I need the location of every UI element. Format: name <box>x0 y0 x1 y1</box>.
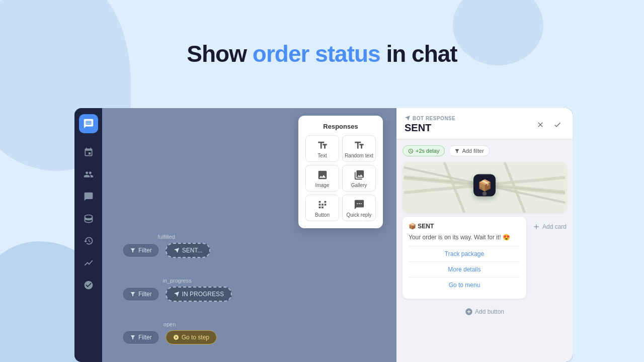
goto-label-open: Go to step <box>182 334 209 341</box>
bot-panel-tag: BOT RESPONSE <box>405 115 455 121</box>
responses-panel: Responses Text Random text Image Gallery <box>298 116 383 228</box>
response-item-text[interactable]: Text <box>305 135 339 162</box>
sidebar-item-database[interactable] <box>79 210 98 228</box>
response-item-random-text[interactable]: Random text <box>342 135 376 162</box>
send-icon <box>405 115 411 121</box>
message-buttons: Track package More details Go to menu <box>409 246 520 293</box>
add-button-button[interactable]: Add button <box>465 308 504 316</box>
sidebar-item-settings[interactable] <box>79 276 98 294</box>
sidebar-item-history[interactable] <box>79 232 98 250</box>
track-package-button[interactable]: Track package <box>409 246 520 262</box>
responses-grid: Text Random text Image Gallery Button <box>305 135 376 221</box>
sidebar-item-conversations[interactable] <box>79 188 98 206</box>
filter-node-in-progress[interactable]: Filter <box>122 287 159 301</box>
bot-panel-header-actions <box>533 118 565 132</box>
message-card: 📦 SENT Your order is on its way. Wait fo… <box>403 217 526 299</box>
response-item-button-label: Button <box>315 212 330 218</box>
delay-filter-row: +2s delay Add filter <box>403 145 567 156</box>
response-item-button[interactable]: Button <box>305 195 339 221</box>
random-text-icon <box>354 140 365 151</box>
response-item-quick-reply[interactable]: Quick reply <box>342 195 376 221</box>
sidebar-item-analytics[interactable] <box>79 254 98 272</box>
heading-suffix: in chat <box>380 41 457 67</box>
gallery-icon <box>354 169 365 180</box>
filter-label-open: Filter <box>138 334 152 341</box>
response-item-gallery-label: Gallery <box>351 183 367 188</box>
bot-response-panel: BOT RESPONSE SENT +2s delay <box>396 108 573 362</box>
flow-label-in-progress: in_progress <box>122 278 232 284</box>
heading-prefix: Show <box>187 41 252 67</box>
sidebar <box>74 108 102 362</box>
confirm-button[interactable] <box>550 118 565 132</box>
message-card-title: 📦 SENT <box>409 223 520 230</box>
response-item-random-text-label: Random text <box>345 153 373 158</box>
flow-label-fulfilled: fulfilled <box>122 234 210 240</box>
text-icon <box>317 140 328 151</box>
response-item-image[interactable]: Image <box>305 165 339 192</box>
plus-circle-icon <box>465 308 473 316</box>
heading-highlight: order status <box>253 41 380 67</box>
sidebar-item-contacts[interactable] <box>79 165 98 184</box>
map-visual: 📦 <box>403 162 567 213</box>
flow-label-open: open <box>122 321 217 327</box>
flow-section-fulfilled: fulfilled Filter SENT... <box>122 234 210 258</box>
bot-response-label-fulfilled: SENT... <box>182 247 203 254</box>
flow-section-open: open Filter Go to step <box>122 321 217 344</box>
filter-node-fulfilled[interactable]: Filter <box>122 243 159 257</box>
response-item-text-label: Text <box>317 153 327 158</box>
filter-label: Add filter <box>462 148 484 154</box>
bot-panel-body: +2s delay Add filter <box>396 139 573 362</box>
bot-response-node-fulfilled[interactable]: SENT... <box>166 243 211 258</box>
response-item-image-label: Image <box>315 183 330 188</box>
goto-node-open[interactable]: Go to step <box>166 330 217 344</box>
bot-response-label-in-progress: IN PROGRESS <box>182 291 224 298</box>
response-item-gallery[interactable]: Gallery <box>342 165 376 192</box>
delay-label: +2s delay <box>416 148 439 154</box>
add-button-area: Add button <box>403 308 567 316</box>
filter-badge[interactable]: Add filter <box>449 145 489 156</box>
delay-badge[interactable]: +2s delay <box>403 145 445 156</box>
map-card: 📦 <box>403 162 567 213</box>
clock-icon <box>408 148 414 154</box>
bot-response-node-in-progress[interactable]: IN PROGRESS <box>166 287 232 302</box>
filter-node-open[interactable]: Filter <box>122 330 159 344</box>
filter-label-in-progress: Filter <box>138 291 152 298</box>
message-card-text: Your order is on its way. Wait for it! 😍 <box>409 233 520 242</box>
go-to-menu-button[interactable]: Go to menu <box>409 278 520 293</box>
flow-section-in-progress: in_progress Filter IN PROGRESS <box>122 278 232 302</box>
quick-reply-icon <box>354 199 365 210</box>
button-icon <box>317 199 328 210</box>
ui-container: fulfilled Filter SENT... in_progress Fil… <box>74 108 573 362</box>
responses-panel-title: Responses <box>305 123 376 130</box>
sidebar-item-flows[interactable] <box>79 143 98 161</box>
filter-label-fulfilled: Filter <box>138 247 152 254</box>
close-button[interactable] <box>533 118 547 132</box>
filter-icon <box>454 148 460 154</box>
bot-panel-header: BOT RESPONSE SENT <box>396 108 573 139</box>
add-card-area: Add card <box>530 219 567 231</box>
sidebar-logo[interactable] <box>79 114 98 133</box>
more-details-button[interactable]: More details <box>409 262 520 278</box>
map-dot <box>482 192 487 196</box>
image-icon <box>317 169 328 180</box>
add-card-button[interactable]: Add card <box>532 223 567 231</box>
bot-panel-title: SENT <box>405 122 455 134</box>
chat-icon <box>83 118 94 129</box>
response-item-quick-reply-label: Quick reply <box>346 212 371 218</box>
plus-icon <box>532 223 540 231</box>
page-heading: Show order status in chat <box>0 40 644 67</box>
